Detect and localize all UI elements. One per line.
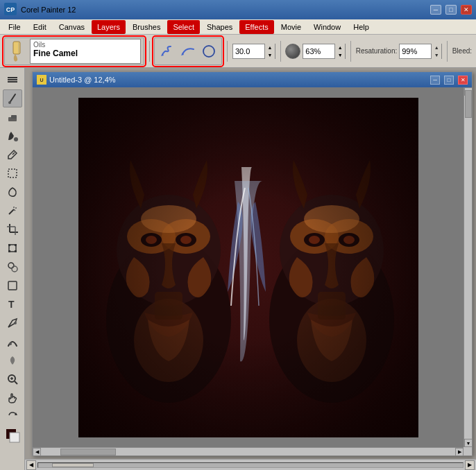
brush-selector-group: Oils Fine Camel	[4, 37, 144, 65]
opacity-up-arrow[interactable]: ▲	[335, 44, 345, 51]
resaturation-up[interactable]: ▲	[432, 44, 441, 51]
opacity-down-arrow[interactable]: ▼	[335, 51, 345, 59]
document-window: U Untitled-3 @ 12,4% ─ □ ✕	[32, 71, 473, 456]
rotate-tool[interactable]	[3, 408, 22, 426]
burn-tool[interactable]	[3, 351, 22, 369]
menu-item-file[interactable]: File	[3, 20, 26, 34]
vertical-scrollbar[interactable]: ▲ ▼	[464, 87, 472, 447]
clone-tool[interactable]	[3, 258, 22, 276]
menu-item-select[interactable]: Select	[167, 20, 200, 34]
svg-line-21	[14, 209, 15, 211]
brush-icon	[8, 39, 30, 64]
svg-line-11	[10, 94, 15, 103]
opacity-input[interactable]: 63%	[303, 44, 334, 58]
menu-item-layers[interactable]: Layers	[92, 20, 126, 34]
doc-title-icon: U	[37, 75, 46, 85]
hand-tool[interactable]	[3, 389, 22, 407]
stroke-tools-group	[154, 37, 222, 65]
svg-line-18	[9, 209, 14, 214]
resaturation-arrows: ▲ ▼	[431, 44, 441, 59]
resaturation-label: Resaturation:	[356, 47, 397, 55]
main-scrollbar: ◀ ▶	[25, 459, 476, 470]
brush-selector[interactable]: Oils Fine Camel	[30, 39, 141, 64]
svg-point-15	[14, 137, 18, 141]
svg-point-36	[9, 342, 12, 345]
pen-tool[interactable]	[3, 314, 22, 332]
painting	[78, 98, 418, 437]
doc-close-button[interactable]: ✕	[458, 76, 468, 85]
main-scroll-track[interactable]	[37, 462, 464, 468]
layer-adjuster[interactable]	[3, 71, 22, 89]
crop-tool[interactable]	[3, 220, 22, 238]
horizontal-scrollbar[interactable]: ◀ ▶	[33, 447, 464, 455]
document-canvas[interactable]	[33, 87, 464, 447]
scroll-thumb-v[interactable]	[465, 90, 472, 118]
svg-rect-8	[8, 77, 17, 78]
curved-stroke-tool[interactable]	[178, 42, 198, 61]
size-spinbox[interactable]: 30.0 ▲ ▼	[232, 44, 275, 59]
app-icon: CP	[4, 3, 17, 17]
menu-item-window[interactable]: Window	[308, 20, 346, 34]
paint-bucket[interactable]	[3, 127, 22, 145]
brush-tool[interactable]	[3, 89, 22, 107]
resaturation-spinbox[interactable]: 99% ▲ ▼	[399, 44, 442, 59]
menu-item-help[interactable]: Help	[348, 20, 375, 34]
scroll-thumb-h[interactable]	[60, 449, 116, 455]
svg-point-32	[12, 266, 17, 272]
doc-minimize-button[interactable]: ─	[430, 76, 440, 85]
menu-item-brushes[interactable]: Brushes	[127, 20, 166, 34]
menu-item-shapes[interactable]: Shapes	[201, 20, 238, 34]
svg-text:U: U	[40, 78, 43, 82]
blend-tool[interactable]	[3, 333, 22, 351]
menu-item-effects[interactable]: Effects	[239, 20, 273, 34]
svg-rect-33	[8, 281, 17, 290]
size-arrows: ▲ ▼	[264, 44, 275, 59]
document-title: Untitled-3 @ 12,4%	[49, 76, 426, 84]
svg-point-12	[8, 101, 11, 104]
text-tool[interactable]: T	[3, 295, 22, 313]
doc-maximize-button[interactable]: □	[444, 76, 454, 85]
scroll-right-button[interactable]: ▶	[455, 448, 464, 456]
rectangular-selection[interactable]	[3, 164, 22, 182]
lasso-tool[interactable]	[3, 183, 22, 201]
brush-name: Fine Camel	[33, 49, 137, 58]
menu-item-movie[interactable]: Movie	[275, 20, 307, 34]
magic-wand[interactable]	[3, 202, 22, 220]
straight-stroke-tool[interactable]	[199, 42, 219, 61]
eraser-tool[interactable]	[3, 108, 22, 126]
svg-point-35	[14, 322, 17, 324]
maximize-button[interactable]: □	[445, 5, 457, 15]
main-scroll-right[interactable]: ▶	[465, 460, 475, 470]
left-toolbar: T	[0, 68, 25, 470]
shape-tool[interactable]	[3, 277, 22, 295]
resaturation-control: Resaturation: 99% ▲ ▼	[356, 44, 442, 59]
color-swatch[interactable]	[3, 426, 22, 444]
size-down-arrow[interactable]: ▼	[265, 51, 275, 59]
zoom-tool[interactable]	[3, 370, 22, 388]
menu-item-canvas[interactable]: Canvas	[53, 20, 90, 34]
svg-rect-10	[8, 81, 17, 82]
scroll-left-button[interactable]: ◀	[33, 448, 41, 456]
title-text: Corel Painter 12	[21, 6, 76, 14]
main-scroll-left[interactable]: ◀	[26, 460, 36, 470]
resaturation-down[interactable]: ▼	[432, 51, 441, 59]
svg-rect-29	[8, 250, 10, 252]
document-titlebar[interactable]: U Untitled-3 @ 12,4% ─ □ ✕	[33, 72, 472, 87]
resaturation-input[interactable]: 99%	[400, 44, 431, 58]
size-up-arrow[interactable]: ▲	[265, 44, 275, 51]
main-scroll-thumb[interactable]	[52, 463, 94, 467]
menu-item-edit[interactable]: Edit	[28, 20, 52, 34]
transform-tool[interactable]	[3, 239, 22, 257]
opacity-dial[interactable]	[285, 44, 300, 59]
opacity-arrows: ▲ ▼	[334, 44, 345, 59]
minimize-button[interactable]: ─	[430, 5, 441, 15]
freehand-stroke-tool[interactable]	[158, 42, 177, 61]
title-bar: CP Corel Painter 12 ─ □ ✕	[0, 0, 476, 19]
opacity-spinbox[interactable]: 63% ▲ ▼	[303, 44, 346, 59]
svg-rect-17	[8, 169, 17, 177]
close-button[interactable]: ✕	[461, 5, 472, 15]
eyedropper[interactable]	[3, 146, 22, 164]
size-input[interactable]: 30.0	[233, 44, 264, 58]
svg-rect-43	[10, 433, 19, 442]
scroll-down-button[interactable]: ▼	[464, 439, 473, 447]
